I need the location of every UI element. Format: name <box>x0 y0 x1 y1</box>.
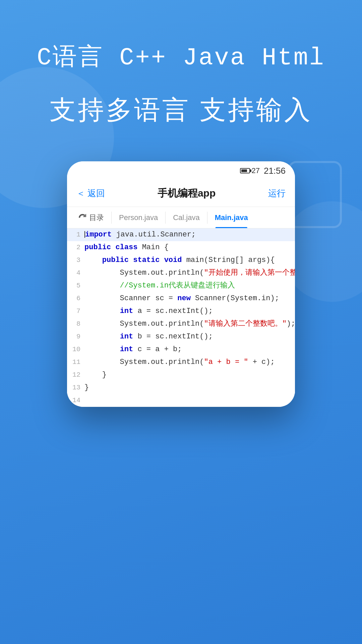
battery-indicator: 27 <box>240 166 259 175</box>
code-line-13: 13 } <box>67 381 295 394</box>
code-line-9: 9 int b = sc.nextInt(); <box>67 330 295 343</box>
phone-mockup: 27 21:56 ＜ 返回 手机编程app 运行 目录 <box>67 161 295 407</box>
line-num-2: 2 <box>70 241 84 254</box>
battery-fill <box>241 169 247 172</box>
line-content-12: } <box>84 369 292 381</box>
code-line-14: 14 <box>67 394 295 407</box>
run-label: 运行 <box>268 188 286 198</box>
line-num-10: 10 <box>70 343 84 356</box>
code-line-5: 5 //System.in代表从键盘进行输入 <box>67 279 295 292</box>
line-num-1: 1 <box>70 228 84 241</box>
tab-main-label: Main.java <box>215 213 248 222</box>
line-content-13: } <box>84 381 292 394</box>
line-num-14: 14 <box>70 394 84 407</box>
line-num-13: 13 <box>70 381 84 394</box>
line-content-8: System.out.println("请输入第二个整数吧。"); <box>84 318 295 330</box>
refresh-icon <box>78 214 86 222</box>
line-content-6: Scanner sc = new Scanner(System.in); <box>84 292 292 305</box>
code-line-7: 7 int a = sc.nextInt(); <box>67 305 295 318</box>
tab-cal-label: Cal.java <box>173 213 199 222</box>
line-num-5: 5 <box>70 279 84 292</box>
tab-bar: 目录 Person.java Cal.java Main.java <box>67 207 295 228</box>
tab-divider-3 <box>207 212 207 224</box>
line-content-2: public class Main { <box>84 241 292 254</box>
code-line-3: 3 public static void main(String[] args)… <box>67 254 295 267</box>
back-label: ＜ 返回 <box>76 187 105 199</box>
code-line-4: 4 System.out.println("开始使用，请输入第一个整数吧。"); <box>67 267 295 279</box>
code-line-1: 1 import java.util.Scanner; <box>67 228 295 241</box>
tab-divider-2 <box>165 212 166 224</box>
line-num-12: 12 <box>70 369 84 381</box>
line-content-7: int a = sc.nextInt(); <box>84 305 292 318</box>
hero-section: C语言 C++ Java Html 支持多语言 支持输入 <box>0 0 362 128</box>
code-line-12: 12 } <box>67 369 295 381</box>
line-num-9: 9 <box>70 330 84 343</box>
tab-cal[interactable]: Cal.java <box>167 207 205 228</box>
line-num-4: 4 <box>70 267 84 279</box>
line-num-8: 8 <box>70 318 84 330</box>
run-button[interactable]: 运行 <box>268 187 286 199</box>
line-content-3: public static void main(String[] args){ <box>84 254 292 267</box>
tab-divider-1 <box>111 212 112 224</box>
line-content-5: //System.in代表从键盘进行输入 <box>84 279 292 292</box>
battery-icon <box>240 168 250 173</box>
line-content-11: System.out.println("a + b = " + c); <box>84 356 292 369</box>
phone-mockup-wrapper: 27 21:56 ＜ 返回 手机编程app 运行 目录 <box>0 161 362 407</box>
line-num-11: 11 <box>70 356 84 369</box>
code-editor[interactable]: 1 import java.util.Scanner; 2 public cla… <box>67 228 295 407</box>
tab-person[interactable]: Person.java <box>113 207 164 228</box>
code-line-11: 11 System.out.println("a + b = " + c); <box>67 356 295 369</box>
hero-subtitle: 支持多语言 支持输入 <box>0 93 362 128</box>
line-content-10: int c = a + b; <box>84 343 292 356</box>
tab-directory-label: 目录 <box>89 213 104 223</box>
code-line-2: 2 public class Main { <box>67 241 295 254</box>
line-content-9: int b = sc.nextInt(); <box>84 330 292 343</box>
battery-level: 27 <box>251 166 259 175</box>
tab-directory[interactable]: 目录 <box>72 207 110 228</box>
line-num-3: 3 <box>70 254 84 267</box>
app-title: 手机编程app <box>158 186 216 200</box>
code-line-6: 6 Scanner sc = new Scanner(System.in); <box>67 292 295 305</box>
tab-person-label: Person.java <box>119 213 158 222</box>
hero-title: C语言 C++ Java Html <box>0 40 362 72</box>
tab-main[interactable]: Main.java <box>209 207 254 228</box>
code-line-8: 8 System.out.println("请输入第二个整数吧。"); <box>67 318 295 330</box>
line-num-6: 6 <box>70 292 84 305</box>
code-line-10: 10 int c = a + b; <box>67 343 295 356</box>
line-content-4: System.out.println("开始使用，请输入第一个整数吧。"); <box>84 267 295 279</box>
app-header: ＜ 返回 手机编程app 运行 <box>67 180 295 207</box>
status-time: 21:56 <box>264 166 286 176</box>
status-bar: 27 21:56 <box>67 161 295 180</box>
line-content-1: import java.util.Scanner; <box>84 228 292 241</box>
line-num-7: 7 <box>70 305 84 318</box>
back-button[interactable]: ＜ 返回 <box>76 187 105 199</box>
